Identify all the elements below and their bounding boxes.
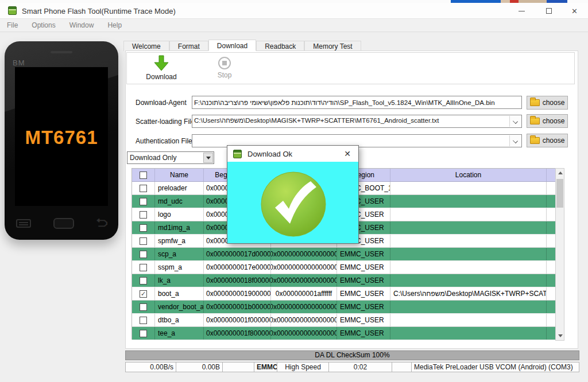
cell-name: preloader xyxy=(155,182,204,194)
folder-icon xyxy=(530,118,540,124)
cell-region: EMMC_USER xyxy=(337,327,390,340)
menu-file[interactable]: File xyxy=(0,19,25,32)
table-row-vendor-boot-a[interactable]: vendor_boot_a 0x000000001b000000 0x00000… xyxy=(132,301,555,314)
row-checkbox[interactable] xyxy=(140,224,147,232)
menu-window[interactable]: Window xyxy=(63,19,101,32)
download-mode-value: Download Only xyxy=(130,154,176,162)
status-size: 0.00B xyxy=(176,362,223,372)
table-row-dtbo-a[interactable]: dtbo_a 0x000000001f000000 0x000000000000… xyxy=(132,314,555,327)
cell-begin: 0x0000000018f00000 xyxy=(204,274,271,287)
row-checkbox[interactable] xyxy=(140,330,147,337)
tab-memory-test[interactable]: Memory Test xyxy=(304,41,361,51)
cell-location xyxy=(390,261,547,274)
scatter-choose-button[interactable]: choose xyxy=(527,114,568,128)
tab-welcome[interactable]: Welcome xyxy=(123,41,169,51)
row-checkbox[interactable] xyxy=(140,237,147,245)
scroll-up-icon[interactable] xyxy=(558,171,563,174)
menu-help[interactable]: Help xyxy=(100,19,129,32)
table-row-lk-a[interactable]: lk_a 0x0000000018f00000 0x00000000000000… xyxy=(132,274,555,287)
minimize-button[interactable] xyxy=(509,3,535,19)
scatter-dropdown-button[interactable] xyxy=(509,116,521,127)
table-row-sspm-a[interactable]: sspm_a 0x0000000017e00000 0x000000000000… xyxy=(132,261,555,274)
cell-name: scp_a xyxy=(155,248,204,260)
auth-file-label: Authentication File xyxy=(136,137,192,145)
cell-name: tee_a xyxy=(155,327,204,340)
toolbar: Download Stop xyxy=(126,52,575,84)
download-mode-combobox[interactable]: Download Only xyxy=(127,151,214,164)
cell-end: 0x0000000000000000 xyxy=(271,274,337,287)
cell-location xyxy=(390,235,547,247)
auth-choose-button[interactable]: choose xyxy=(527,134,568,147)
choose-button-label: choose xyxy=(543,117,565,125)
cell-region: EMMC_USER xyxy=(337,261,390,274)
chevron-down-icon xyxy=(513,138,518,143)
cell-name: sspm_a xyxy=(155,261,204,274)
table-scrollbar[interactable] xyxy=(555,168,564,341)
row-checkbox[interactable] xyxy=(140,251,147,258)
scatter-file-combobox[interactable]: C:\Users\משפחה\Desktop\MAGISK+TWRP+SCATT… xyxy=(192,115,522,128)
success-check-icon xyxy=(260,171,327,237)
tab-format[interactable]: Format xyxy=(169,41,208,51)
cell-location xyxy=(390,248,547,260)
row-checkbox-checked[interactable]: ✓ xyxy=(140,290,147,298)
close-icon: ✕ xyxy=(571,7,578,15)
table-row-tee-a[interactable]: tee_a 0x000000001f800000 0x0000000000000… xyxy=(132,327,555,340)
menu-bar: File Options Window Help xyxy=(0,19,588,32)
row-checkbox[interactable] xyxy=(140,264,147,271)
cell-name: dtbo_a xyxy=(155,314,204,326)
cell-region: EMMC_USER xyxy=(337,301,390,313)
header-location: Location xyxy=(390,169,547,181)
row-checkbox[interactable] xyxy=(140,198,147,205)
folder-icon xyxy=(530,137,540,144)
cell-location xyxy=(390,182,547,194)
close-button[interactable]: ✕ xyxy=(562,3,587,19)
row-checkbox[interactable] xyxy=(140,303,147,311)
phone-home-icon xyxy=(53,218,74,229)
cell-end: 0x0000000000000000 xyxy=(271,248,337,260)
tab-bar: Welcome Format Download Readback Memory … xyxy=(123,40,361,51)
phone-model-label: MT6761 xyxy=(15,127,108,149)
row-checkbox[interactable] xyxy=(140,185,147,192)
table-row-boot-a[interactable]: ✓ boot_a 0x0000000019000000 0x000000001a… xyxy=(132,287,555,301)
cell-region: EMMC_USER xyxy=(337,248,390,260)
tab-readback[interactable]: Readback xyxy=(256,41,304,51)
dialog-title-bar[interactable]: Download Ok ✕ xyxy=(227,146,358,162)
maximize-icon xyxy=(546,8,552,14)
download-agent-choose-button[interactable]: choose xyxy=(527,96,568,110)
stop-button[interactable]: Stop xyxy=(202,55,247,84)
cell-begin: 0x000000001f000000 xyxy=(204,314,271,326)
download-button[interactable]: Download xyxy=(138,55,184,84)
status-empty2 xyxy=(392,362,412,372)
choose-button-label: choose xyxy=(543,137,565,145)
phone-nav-buttons: ⮌ xyxy=(5,217,118,229)
status-bar: 0.00B/s 0.00B EMMC High Speed 0:02 Media… xyxy=(125,362,579,372)
mode-dropdown-button[interactable] xyxy=(203,153,213,163)
cell-name: lk_a xyxy=(155,274,204,287)
scatter-file-label: Scatter-loading File xyxy=(136,118,195,126)
table-row-scp-a[interactable]: scp_a 0x0000000017d00000 0x0000000000000… xyxy=(132,248,555,261)
select-all-checkbox[interactable] xyxy=(140,171,147,179)
app-icon xyxy=(8,6,17,15)
cell-location xyxy=(390,221,547,234)
cell-location xyxy=(390,314,547,326)
cell-location xyxy=(390,195,547,208)
row-checkbox[interactable] xyxy=(140,317,147,324)
status-port: MediaTek PreLoader USB VCOM (Android) (C… xyxy=(412,362,579,372)
cell-name: md1img_a xyxy=(155,221,204,234)
auth-dropdown-button[interactable] xyxy=(509,135,521,146)
download-agent-input[interactable] xyxy=(192,96,522,109)
dialog-app-icon xyxy=(233,150,242,158)
menu-options[interactable]: Options xyxy=(25,19,62,32)
tab-download[interactable]: Download xyxy=(208,40,256,51)
row-checkbox[interactable] xyxy=(140,211,147,219)
scroll-down-icon[interactable] xyxy=(558,334,563,337)
row-checkbox[interactable] xyxy=(140,277,147,284)
download-ok-dialog: Download Ok ✕ xyxy=(227,145,359,244)
choose-button-label: choose xyxy=(543,99,565,107)
dialog-close-button[interactable]: ✕ xyxy=(342,149,353,159)
cell-region: EMMC_USER xyxy=(337,287,390,300)
maximize-button[interactable] xyxy=(536,3,562,19)
status-storage: EMMC xyxy=(254,362,277,372)
cell-begin: 0x000000001f800000 xyxy=(204,327,271,340)
scrollbar-thumb[interactable] xyxy=(556,179,563,208)
